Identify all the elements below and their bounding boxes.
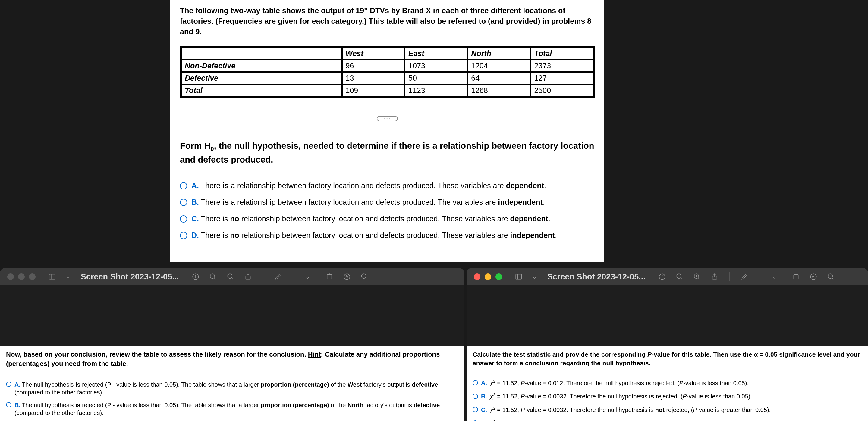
toolbar-divider [759, 272, 760, 281]
radio-icon[interactable] [6, 382, 11, 387]
option-c[interactable]: C.There is no relationship between facto… [180, 215, 595, 223]
chevron-down-icon[interactable] [63, 272, 73, 282]
minimize-window-button[interactable] [18, 273, 25, 280]
svg-line-26 [698, 278, 700, 279]
option-d[interactable]: D. χ2 = 11.52, P-value = 0.012. Therefor… [472, 420, 862, 421]
data-table: West East North Total Non-Defective 96 1… [180, 46, 595, 98]
radio-icon[interactable] [180, 182, 187, 189]
question-panel-right: Calculate the test statistic and provide… [467, 346, 868, 421]
traffic-lights [474, 273, 502, 280]
window-body-left: Now, based on your conclusion, review th… [0, 286, 464, 421]
option-text: There is no relationship between factory… [201, 231, 557, 239]
zoom-out-icon[interactable] [208, 272, 218, 282]
markup-icon[interactable] [808, 272, 818, 282]
table-row: Defective 13 50 64 127 [181, 72, 593, 84]
table-header-total: Total [530, 47, 593, 60]
svg-point-21 [662, 275, 662, 276]
share-icon[interactable] [243, 272, 253, 282]
traffic-lights [7, 273, 36, 280]
option-a[interactable]: A.The null hypothesis is rejected (P - v… [6, 381, 458, 396]
table-header-blank [181, 47, 342, 60]
close-window-button[interactable] [474, 273, 480, 280]
radio-icon[interactable] [180, 232, 187, 239]
radio-icon[interactable] [472, 380, 478, 385]
sidebar-icon[interactable] [47, 272, 57, 282]
svg-line-23 [681, 278, 682, 279]
chevron-down-icon[interactable] [303, 272, 313, 282]
option-text: Therefore the null hypothesis is not rej… [566, 420, 759, 421]
zoom-in-icon[interactable] [692, 272, 702, 282]
maximize-window-button[interactable] [495, 273, 502, 280]
intro-text: The following two-way table shows the ou… [180, 5, 595, 37]
maximize-window-button[interactable] [29, 273, 36, 280]
option-text: Therefore the null hypothesis is rejecte… [569, 393, 752, 400]
option-b[interactable]: B.The null hypothesis is rejected (P - v… [6, 401, 458, 417]
option-c[interactable]: C. χ2 = 11.52, P-value = 0.0032. Therefo… [472, 406, 862, 414]
edit-icon[interactable] [273, 272, 283, 282]
option-a[interactable]: A.There is a relationship between factor… [180, 181, 595, 190]
rotate-icon[interactable] [324, 272, 335, 282]
option-text: There is a relationship between factory … [201, 198, 545, 206]
table-header-west: West [342, 47, 405, 60]
svg-line-6 [214, 278, 216, 279]
option-text: There is a relationship between factory … [201, 181, 546, 190]
chevron-down-icon[interactable] [529, 272, 539, 282]
question-prompt: Now, based on your conclusion, review th… [6, 350, 458, 368]
close-window-button[interactable] [7, 273, 14, 280]
svg-rect-13 [327, 274, 332, 279]
svg-rect-0 [49, 274, 55, 279]
svg-line-33 [832, 278, 833, 279]
window-body-right: Calculate the test statistic and provide… [467, 286, 868, 421]
question-prompt: Calculate the test statistic and provide… [472, 350, 862, 368]
sidebar-icon[interactable] [514, 272, 524, 282]
zoom-in-icon[interactable] [225, 272, 236, 282]
window-title: Screen Shot 2023-12-05... [547, 272, 646, 282]
search-icon[interactable] [359, 272, 370, 282]
option-a[interactable]: A. χ2 = 11.52, P-value = 0.012. Therefor… [472, 379, 862, 387]
radio-icon[interactable] [6, 402, 11, 408]
markup-icon[interactable] [342, 272, 352, 282]
minimize-window-button[interactable] [485, 273, 491, 280]
window-toolbar-left: Screen Shot 2023-12-05... [0, 268, 464, 286]
radio-icon[interactable] [472, 394, 478, 399]
radio-icon[interactable] [180, 215, 187, 223]
option-text: The null hypothesis is rejected (P - val… [14, 402, 440, 416]
svg-point-32 [828, 274, 832, 278]
option-b[interactable]: B. χ2 = 11.52, P-value = 0.0032. Therefo… [472, 392, 862, 400]
edit-icon[interactable] [739, 272, 749, 282]
option-text: There is no relationship between factory… [201, 215, 550, 223]
table-header-east: East [405, 47, 467, 60]
svg-line-9 [231, 278, 233, 279]
section-divider[interactable]: • • • [377, 116, 398, 121]
rotate-icon[interactable] [791, 272, 801, 282]
table-row: Non-Defective 96 1073 1204 2373 [181, 60, 593, 72]
option-text: Therefore the null hypothesis is not rej… [569, 407, 771, 413]
question-prompt: Form H0, the null hypothesis, needed to … [180, 139, 595, 166]
window-title: Screen Shot 2023-12-05... [81, 272, 179, 282]
chevron-down-icon[interactable] [769, 272, 779, 282]
info-icon[interactable] [190, 272, 201, 282]
option-text: The null hypothesis is rejected (P - val… [14, 381, 438, 396]
question-panel-left: Now, based on your conclusion, review th… [0, 346, 464, 421]
toolbar-divider [263, 272, 263, 281]
option-b[interactable]: B.There is a relationship between factor… [180, 198, 595, 206]
radio-icon[interactable] [180, 199, 187, 206]
option-text: Therefore the null hypothesis is rejecte… [566, 380, 749, 386]
svg-rect-17 [516, 274, 522, 279]
question-panel-top: The following two-way table shows the ou… [170, 0, 604, 262]
share-icon[interactable] [710, 272, 720, 282]
table-header-north: North [467, 47, 530, 60]
window-toolbar-right: Screen Shot 2023-12-05... [467, 268, 868, 286]
table-row: Total 109 1123 1268 2500 [181, 84, 593, 97]
svg-rect-30 [794, 274, 798, 279]
svg-point-15 [361, 274, 366, 278]
zoom-out-icon[interactable] [675, 272, 685, 282]
svg-line-16 [365, 278, 367, 279]
radio-icon[interactable] [472, 407, 478, 412]
search-icon[interactable] [826, 272, 836, 282]
info-icon[interactable] [657, 272, 667, 282]
option-d[interactable]: D.There is no relationship between facto… [180, 231, 595, 240]
